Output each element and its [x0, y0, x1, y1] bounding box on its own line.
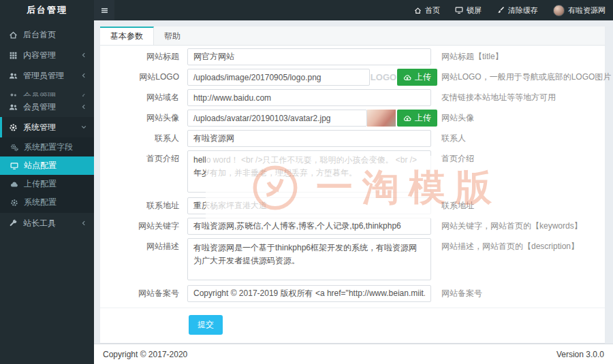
site-logo-input[interactable]: [187, 69, 370, 86]
field-label: 网站标题: [100, 48, 187, 65]
home-icon: [9, 31, 18, 39]
sidebar-subitem-label: 站点配置: [24, 160, 57, 171]
upload-logo-button[interactable]: 上传: [397, 69, 437, 86]
site-title-input[interactable]: [187, 48, 431, 65]
avatar-preview-image: [367, 110, 396, 127]
site-description-textarea[interactable]: [187, 238, 431, 280]
nav-clear-cache[interactable]: 清除缓存: [489, 0, 546, 20]
upload-avatar-button[interactable]: 上传: [397, 110, 437, 127]
form-row: 联系地址 联系地址: [100, 197, 605, 214]
sidebar-subitem-config-fields[interactable]: 系统配置字段: [0, 138, 94, 156]
sidebar-subitem-site-config[interactable]: 站点配置: [0, 156, 94, 175]
upload-button-label: 上传: [415, 71, 431, 83]
field-hint: 网站关键字，网站首页的【keywords】: [441, 218, 582, 235]
field-label: 联系人: [100, 130, 187, 147]
users-icon: [9, 71, 18, 80]
submit-row: 提交: [100, 308, 605, 343]
top-bar: 后台管理 首页 锁屏 清除缓存 有啦资源网: [0, 0, 613, 20]
sidebar-toggle-button[interactable]: [94, 0, 114, 20]
upload-cloud-icon: [403, 114, 411, 122]
nav-lock-label: 锁屏: [467, 5, 482, 16]
field-label: 网站头像: [100, 110, 187, 127]
field-hint: 网站LOGO，一般用于导航或底部的LOGO图片: [441, 69, 611, 86]
site-config-form: 网站标题 网站标题【title】 网站LOGO LOGO 上传 网站LOGO: [100, 46, 605, 343]
users-icon: [9, 103, 18, 112]
upload-cloud-icon: [10, 180, 18, 188]
form-row: 联系人 联系人: [100, 130, 605, 147]
sidebar-item-label: 系统管理: [23, 122, 56, 133]
field-hint: 联系人: [441, 130, 466, 147]
sidebar-subitem-label: 系统配置: [24, 197, 57, 208]
site-domain-input[interactable]: [187, 89, 431, 106]
field-hint: 网站描述，网站首页的【description】: [441, 238, 579, 255]
brush-icon: [497, 6, 505, 14]
icp-number-input[interactable]: [187, 285, 431, 302]
nav-user-menu[interactable]: 有啦资源网: [546, 0, 613, 20]
footer-version: Version 3.0.0: [556, 350, 604, 359]
form-row: 网站描述 网站描述，网站首页的【description】: [100, 238, 605, 280]
field-label: 网站LOGO: [100, 69, 187, 86]
field-hint: 联系地址: [441, 197, 474, 214]
submit-button[interactable]: 提交: [189, 315, 223, 335]
chevron-left-icon: [80, 52, 87, 59]
contact-person-input[interactable]: [187, 130, 431, 147]
field-hint: 网站标题【title】: [441, 48, 503, 65]
chevron-left-icon: [80, 103, 87, 110]
sidebar-item-content[interactable]: 内容管理: [0, 45, 94, 65]
site-keywords-input[interactable]: [187, 218, 431, 235]
form-row: 网站LOGO LOGO 上传 网站LOGO，一般用于导航或底部的LOGO图片: [100, 69, 605, 86]
field-hint: 网站头像: [441, 110, 474, 127]
chevron-left-icon: [80, 72, 87, 79]
wrench-icon: [9, 219, 18, 228]
tab-basic-params[interactable]: 基本参数: [100, 27, 154, 45]
upload-cloud-icon: [403, 73, 411, 82]
sidebar-submenu-system: 系统配置字段 站点配置 上传配置 系统配置: [0, 137, 94, 213]
form-row: 网站标题 网站标题【title】: [100, 48, 605, 65]
footer-copyright: Copyright © 2017-2020: [103, 350, 187, 359]
sidebar-item-label: 站长工具: [23, 218, 56, 229]
field-label: 联系地址: [100, 197, 187, 214]
site-avatar-input[interactable]: [187, 110, 367, 127]
home-intro-textarea[interactable]: [187, 150, 431, 193]
tab-help[interactable]: 帮助: [154, 27, 191, 45]
chevron-down-icon: [80, 124, 87, 131]
monitor-icon: [10, 162, 18, 170]
sidebar-item-dashboard[interactable]: 后台首页: [0, 24, 94, 45]
main-content: 基本参数 帮助 网站标题 网站标题【title】 网站LOGO LOGO: [94, 20, 613, 364]
config-card: 基本参数 帮助 网站标题 网站标题【title】 网站LOGO LOGO: [100, 27, 605, 343]
sidebar-item-label: 后台首页: [23, 29, 56, 41]
form-row: 网站域名 友情链接本站地址等等地方可用: [100, 89, 605, 106]
field-label: 网站关键字: [100, 218, 187, 235]
sidebar-subitem-label: 系统配置字段: [24, 142, 73, 153]
sidebar-item-members-ghost[interactable]: 会员管理: [0, 86, 94, 97]
sidebar-item-system[interactable]: 系统管理: [0, 117, 94, 137]
form-row: 首页介绍 首页介绍: [100, 150, 605, 193]
sidebar-subitem-upload-config[interactable]: 上传配置: [0, 175, 94, 193]
sidebar-item-label: 内容管理: [23, 50, 56, 61]
field-label: 网站备案号: [100, 285, 187, 302]
sidebar-item-webmaster-tools[interactable]: 站长工具: [0, 213, 94, 233]
top-nav: 首页 锁屏 清除缓存 有啦资源网: [407, 0, 613, 20]
chevron-left-icon: [80, 220, 87, 227]
tab-bar: 基本参数 帮助: [100, 27, 605, 46]
field-hint: 首页介绍: [441, 150, 474, 167]
grid-icon: [9, 51, 18, 60]
contact-address-input[interactable]: [187, 197, 431, 214]
cogs-icon: [10, 144, 18, 152]
chevron-left-icon: [80, 93, 87, 97]
sidebar-subitem-system-config[interactable]: 系统配置: [0, 193, 94, 212]
nav-home-label: 首页: [425, 5, 440, 16]
upload-button-label: 上传: [415, 112, 431, 124]
user-name: 有啦资源网: [568, 5, 606, 16]
nav-lock-screen[interactable]: 锁屏: [447, 0, 489, 20]
nav-home[interactable]: 首页: [407, 0, 447, 20]
field-hint: 网站备案号: [441, 285, 482, 302]
sidebar-item-members-clipped: 会员管理: [0, 86, 94, 97]
sidebar-item-admins[interactable]: 管理员管理: [0, 65, 94, 86]
field-hint: 友情链接本站地址等等地方可用: [441, 89, 556, 106]
sidebar-item-members[interactable]: 会员管理: [0, 97, 94, 117]
sidebar-item-label: 会员管理: [23, 101, 56, 113]
field-label: 网站描述: [100, 238, 187, 255]
users-icon: [9, 92, 18, 97]
gear-icon: [9, 123, 18, 132]
